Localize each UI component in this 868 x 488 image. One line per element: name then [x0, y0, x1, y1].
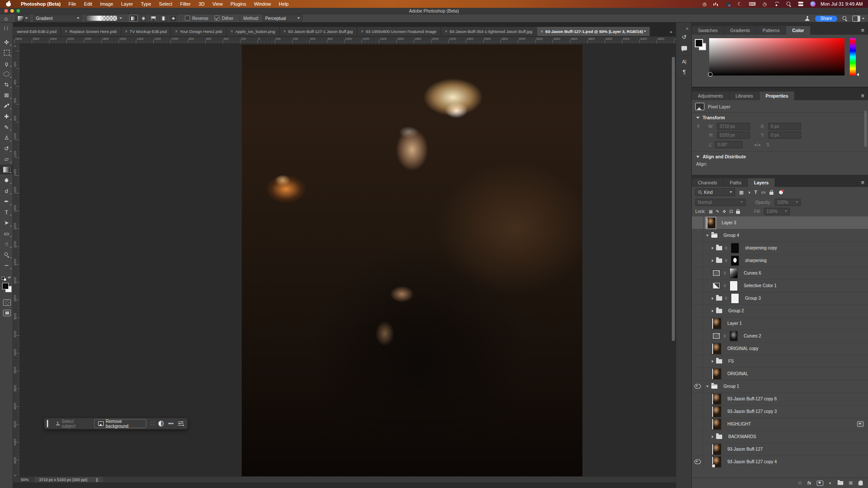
gradient-preview[interactable]: [85, 15, 118, 21]
layer-name[interactable]: ORIGINAL copy: [727, 346, 758, 351]
layer-visibility-cell[interactable]: [692, 405, 704, 418]
layer-row[interactable]: 93-Jason Buff-127 copy 4: [692, 455, 868, 468]
layer-visibility-cell[interactable]: [692, 443, 704, 455]
home-icon[interactable]: ⌂: [4, 16, 8, 21]
tab-close-icon[interactable]: ×: [361, 29, 364, 34]
layer-effects-badge[interactable]: [857, 421, 864, 427]
tab-close-icon[interactable]: ×: [541, 29, 543, 34]
canvas-vertical-scrollbar[interactable]: [672, 57, 675, 341]
filter-pixel-layers-icon[interactable]: ▦: [739, 190, 743, 195]
eye-icon[interactable]: [694, 384, 701, 389]
workspace-switcher[interactable]: [852, 16, 865, 22]
lock-position-icon[interactable]: ✜: [723, 209, 726, 214]
layer-name[interactable]: 93-Jason Buff-127 copy 4: [727, 459, 777, 464]
properties-panel-menu-icon[interactable]: ≣: [861, 93, 865, 98]
transform-collapse-icon[interactable]: [696, 117, 700, 119]
history-panel-icon[interactable]: ↺: [676, 34, 692, 40]
layer-row[interactable]: Layer 3: [692, 216, 868, 229]
tab-close-icon[interactable]: ×: [283, 29, 286, 34]
app-circle-icon[interactable]: [726, 2, 730, 7]
layer-mask-thumbnail[interactable]: [731, 255, 739, 266]
layer-name[interactable]: BACKWARDS: [728, 434, 756, 439]
layer-visibility-cell[interactable]: [692, 455, 704, 468]
menu-item-view[interactable]: View: [208, 1, 227, 7]
document-tab-active[interactable]: ×93-Jason Buff-127-1.psd @ 50% (Layer 3,…: [537, 27, 650, 36]
layer-name[interactable]: 93-Jason Buff-127: [727, 447, 763, 452]
group-expand-icon[interactable]: [712, 436, 713, 438]
document-tab[interactable]: ×Your Design Here2.psb: [171, 27, 227, 36]
group-expand-icon[interactable]: [712, 310, 713, 312]
properties-scrollbar[interactable]: [864, 111, 867, 147]
dodge-tool[interactable]: ☌: [0, 186, 13, 196]
layer-visibility-cell[interactable]: [692, 355, 704, 367]
menu-item-help[interactable]: Help: [275, 1, 293, 7]
swap-colors-icon[interactable]: ⇄: [8, 275, 11, 279]
lock-all-icon[interactable]: [736, 211, 740, 214]
menu-item-image[interactable]: Image: [96, 1, 117, 7]
eye-icon[interactable]: [694, 459, 701, 464]
document-tab[interactable]: ×93-Jason-Buff-127-1 Jason Buff.jpg: [279, 27, 357, 36]
layer-row[interactable]: ∞sharpening: [692, 254, 868, 267]
layer-mask-thumbnail[interactable]: [731, 293, 739, 304]
keyboard-icon[interactable]: ⌨: [749, 2, 756, 7]
foreground-color-swatch[interactable]: [695, 39, 703, 47]
layer-visibility-cell[interactable]: [692, 317, 704, 330]
layer-thumbnail[interactable]: [712, 406, 721, 417]
siri-icon[interactable]: [810, 1, 815, 7]
layers-tab-channels[interactable]: Channels: [692, 178, 723, 187]
layer-filter-toggle[interactable]: [779, 190, 783, 194]
layer-name[interactable]: FS: [728, 359, 734, 364]
layer-mask-thumbnail[interactable]: [730, 331, 738, 341]
gradient-editor[interactable]: [85, 15, 122, 21]
document-tab[interactable]: ×93-1900x800 Uscreen Featured Image: [357, 27, 441, 36]
tab-close-icon[interactable]: ×: [230, 29, 233, 34]
quick-mask-button[interactable]: [3, 299, 11, 306]
layer-name[interactable]: Curves 2: [744, 334, 761, 338]
curves-adjustment-icon[interactable]: [712, 269, 721, 277]
menu-item-plugins[interactable]: Plugins: [227, 1, 250, 7]
character-panel-icon[interactable]: A|: [676, 59, 692, 64]
layer-visibility-cell[interactable]: [692, 342, 704, 355]
group-expand-icon[interactable]: [712, 297, 713, 300]
selective-color-adjustment-icon[interactable]: [712, 282, 721, 289]
document-info[interactable]: 3710 px x 5193 px (300 ppi) ❯: [35, 477, 103, 482]
menu-item-file[interactable]: File: [65, 1, 80, 7]
layer-visibility-cell[interactable]: [692, 367, 704, 380]
layer-name[interactable]: Selective Color 1: [744, 283, 777, 288]
layer-mask-thumbnail[interactable]: [730, 268, 738, 278]
document-canvas[interactable]: [242, 45, 582, 482]
search-icon[interactable]: [842, 16, 847, 21]
clock-icon[interactable]: ◷: [763, 2, 767, 7]
brush-tool[interactable]: ✎: [0, 122, 13, 132]
eyedropper-tool[interactable]: [0, 101, 13, 111]
layer-mask-thumbnail[interactable]: [731, 243, 739, 253]
layers-tab-paths[interactable]: Paths: [723, 178, 748, 187]
group-expand-icon[interactable]: [706, 235, 709, 236]
wifi-icon[interactable]: [774, 2, 779, 6]
share-button[interactable]: Share: [815, 16, 837, 22]
layer-filter-kind-dropdown[interactable]: Kind: [695, 188, 735, 196]
apple-menu-icon[interactable]: [6, 1, 11, 7]
default-colors-icon[interactable]: [2, 277, 6, 281]
layer-thumbnail[interactable]: [712, 456, 721, 468]
color-tab-color[interactable]: Color: [786, 26, 810, 35]
lock-transparency-icon[interactable]: ▦: [709, 209, 713, 214]
layer-row[interactable]: BACKWARDS: [692, 430, 868, 443]
object-selection-tool[interactable]: [0, 69, 13, 79]
layer-style-icon[interactable]: fx: [807, 481, 811, 485]
menubar-clock[interactable]: Mon Jul 31 9:49 AM: [821, 1, 863, 7]
edit-toolbar-button[interactable]: •••: [0, 261, 13, 270]
layer-name[interactable]: Group 4: [723, 233, 739, 238]
taskbar-settings-icon[interactable]: [178, 421, 183, 426]
color-tab-gradients[interactable]: Gradients: [724, 26, 757, 35]
layer-row[interactable]: Group 2: [692, 305, 868, 318]
zoom-level-field[interactable]: 50%: [21, 478, 29, 482]
new-adjustment-layer-icon[interactable]: ◐: [829, 481, 832, 485]
document-tab[interactable]: ×Replace Screen Here.psb: [61, 27, 121, 36]
layer-row[interactable]: ∞Group 3: [692, 292, 868, 305]
group-expand-icon[interactable]: [706, 386, 709, 387]
tool-preset-picker[interactable]: [15, 15, 30, 22]
layer-name[interactable]: ORIGINAL: [727, 371, 748, 376]
layer-name[interactable]: HIGHLIGHT: [727, 422, 751, 426]
crop-tool[interactable]: [0, 80, 13, 89]
